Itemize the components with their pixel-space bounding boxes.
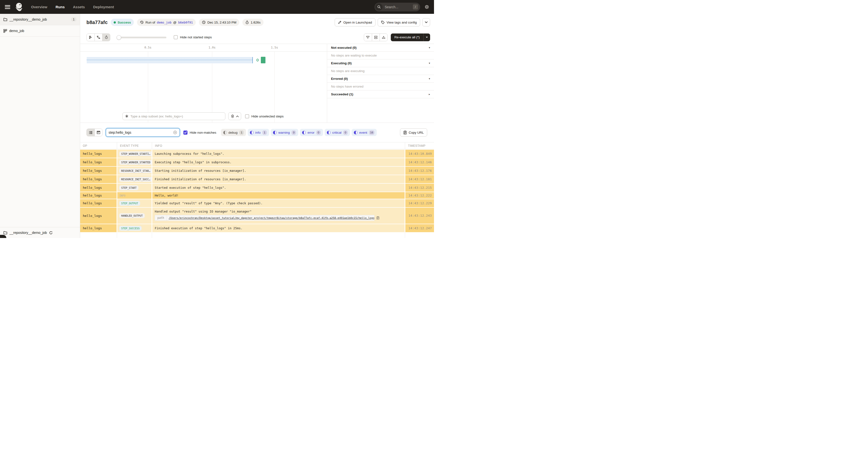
step-bar-hello-logs[interactable] [261, 57, 266, 63]
view-tags-config-button[interactable]: View tags and config [378, 18, 420, 27]
hide-unselected-checkbox[interactable]: Hide unselected steps [245, 114, 284, 118]
log-filter-input[interactable]: step:hello_logs [106, 128, 180, 137]
gantt-zoom-slider[interactable] [117, 35, 166, 40]
top-nav: OverviewRunsAssetsDeployment Search... / [0, 0, 434, 14]
checkbox-checked[interactable] [183, 131, 187, 135]
nav-tab[interactable]: Runs [56, 5, 65, 9]
slider-knob[interactable] [117, 35, 121, 40]
axis-tick-label: 1.0s [209, 46, 216, 49]
status-section: Executing (0) ▾ No steps are executing [327, 60, 434, 75]
run-status-badge: Success [111, 19, 134, 26]
waterfall-view-button[interactable] [94, 34, 102, 41]
section-toggle-icon[interactable]: ▾ [429, 77, 430, 80]
step-subset-input[interactable]: Type a step subset (ex: hello_logs+) [122, 112, 225, 120]
hamburger-menu-icon[interactable] [5, 5, 10, 9]
section-toggle-icon[interactable]: ▾ [429, 46, 430, 49]
nav-tab[interactable]: Assets [73, 5, 85, 9]
copy-path-icon[interactable] [376, 216, 379, 219]
dagster-logo-icon[interactable] [14, 2, 24, 12]
snapshot-link[interactable]: b6eb0f91 [178, 21, 193, 24]
log-level-toggle[interactable]: warning 0 [271, 129, 298, 136]
log-row[interactable]: hello_logs STEP_OUTPUT Yielded output "r… [80, 199, 434, 207]
event-type-tag: INFO [119, 193, 127, 198]
status-section-header[interactable]: Executing (0) ▾ [327, 60, 434, 67]
log-row[interactable]: hello_logs STEP_START Started execution … [80, 184, 434, 192]
timed-view-button[interactable] [102, 34, 110, 41]
split-panels-button[interactable] [372, 34, 380, 41]
open-in-launchpad-button[interactable]: Open in Launchpad [335, 18, 375, 27]
log-row[interactable]: hello_logs STEP_WORKER_STARTED Executing… [80, 158, 434, 166]
checkbox-unchecked[interactable] [245, 114, 249, 118]
sidebar-item-repository[interactable]: __repository__demo_job 1 [0, 14, 80, 25]
log-timestamp-cell[interactable]: 14:43:12.215 [405, 184, 434, 192]
log-info-cell: Hello, world! [152, 192, 405, 199]
hide-non-matches-checkbox[interactable]: Hide non-matches [183, 131, 216, 135]
log-info-cell: Finished execution of step "hello_logs" … [152, 224, 405, 232]
reexecute-dropdown-caret[interactable] [423, 33, 430, 41]
metadata-path-link[interactable]: /Users/erincochran/Desktop/asset_tutoria… [167, 216, 374, 219]
gantt-time-axis: 0.5s1.0s1.5s [80, 44, 327, 52]
log-timestamp-cell[interactable]: 14:43:12.229 [405, 199, 434, 207]
log-timestamp-cell[interactable]: 14:43:12.181 [405, 175, 434, 183]
run-header: b8a77afc Success Run of demo_job @ b6eb0… [80, 14, 434, 31]
log-timestamp-cell[interactable]: 14:43:12.176 [405, 167, 434, 175]
log-level-count-badge: 16 [369, 130, 374, 135]
section-toggle-icon[interactable]: ▾ [429, 62, 430, 65]
toggle-switch-icon [273, 131, 277, 134]
axis-tick-label: 0.5s [145, 46, 152, 49]
log-row[interactable]: hello_logs RESOURCE_INIT_STAR… Starting … [80, 167, 434, 175]
log-level-toggle[interactable]: info 1 [248, 129, 269, 136]
gridline [274, 52, 275, 123]
column-header-event-type: EVENT TYPE [117, 142, 152, 149]
log-timestamp-cell[interactable]: 14:43:12.146 [405, 158, 434, 166]
copy-url-button[interactable]: Copy URL [400, 128, 427, 137]
log-timestamp-cell[interactable]: 14:43:10.849 [405, 150, 434, 158]
log-timestamp-cell[interactable]: 14:43:12.247 [405, 224, 434, 232]
log-message: Handled output "result" using IO manager… [155, 210, 252, 213]
reexecute-all-button[interactable]: Re-execute all (*) [391, 33, 430, 41]
folder-icon [3, 231, 7, 234]
log-level-toggle[interactable]: critical 0 [325, 129, 350, 136]
axis-tick-label: 1.5s [271, 46, 278, 49]
log-table-header: OP EVENT TYPE INFO TIMESTAMP [80, 142, 434, 149]
log-info-cell: Handled output "result" using IO manager… [152, 208, 405, 224]
run-actions-chevron-button[interactable] [422, 18, 430, 27]
job-link[interactable]: demo_job [157, 21, 172, 24]
nav-tab[interactable]: Overview [31, 5, 48, 9]
log-level-toggle[interactable]: event 16 [352, 129, 377, 136]
log-message: Finished execution of step "hello_logs" … [155, 226, 242, 230]
sidebar-bottom-repository[interactable]: __repository__demo_job [0, 227, 80, 238]
log-level-count-badge: 0 [316, 130, 321, 135]
status-section-header[interactable]: Succeeded (1) ▸ [327, 91, 434, 98]
log-row[interactable]: hello_logs STEP_WORKER_STARTI… Launching… [80, 150, 434, 158]
log-row[interactable]: hello_logs HANDLED_OUTPUT Handled output… [80, 208, 434, 224]
log-row[interactable]: hello_logs INFO Hello, world! 14:43:12.2… [80, 192, 434, 199]
flat-view-button[interactable] [87, 34, 94, 41]
sidebar-item-job[interactable]: demo_job [0, 25, 80, 37]
hide-not-started-checkbox[interactable]: Hide not started steps [174, 35, 212, 39]
log-level-toggle[interactable]: debug 1 [221, 129, 246, 136]
clear-filter-icon[interactable] [173, 131, 177, 134]
raw-log-view-button[interactable] [94, 129, 102, 136]
section-toggle-icon[interactable]: ▸ [429, 93, 430, 96]
step-subset-row: Type a step subset (ex: hello_logs+) Hid… [80, 112, 327, 120]
log-message: Yielded output "result" of type "Any". (… [155, 201, 262, 205]
settings-gear-icon[interactable] [425, 5, 429, 9]
table-log-view-button[interactable] [87, 129, 94, 136]
status-section-header[interactable]: Errored (0) ▾ [327, 75, 434, 83]
expand-top-button[interactable] [380, 34, 388, 41]
collapse-bottom-button[interactable] [364, 34, 372, 41]
log-message: Finished initialization of resources [io… [155, 177, 246, 181]
log-timestamp-cell[interactable]: 14:43:12.222 [405, 192, 434, 199]
status-section-header[interactable]: Not executed (0) ▾ [327, 44, 434, 52]
reload-icon[interactable] [49, 231, 53, 235]
global-search-input[interactable]: Search... / [374, 3, 420, 11]
nav-tab[interactable]: Deployment [93, 5, 114, 9]
log-row[interactable]: hello_logs RESOURCE_INIT_SUCC… Finished … [80, 175, 434, 183]
log-level-toggle[interactable]: error 0 [300, 129, 323, 136]
log-timestamp-cell[interactable]: 14:43:12.243 [405, 208, 434, 224]
log-row[interactable]: hello_logs STEP_SUCCESS Finished executi… [80, 224, 434, 232]
graph-query-toggle-button[interactable] [228, 112, 241, 120]
checkbox-unchecked[interactable] [174, 35, 178, 39]
log-info-cell: Yielded output "result" of type "Any". (… [152, 199, 405, 207]
